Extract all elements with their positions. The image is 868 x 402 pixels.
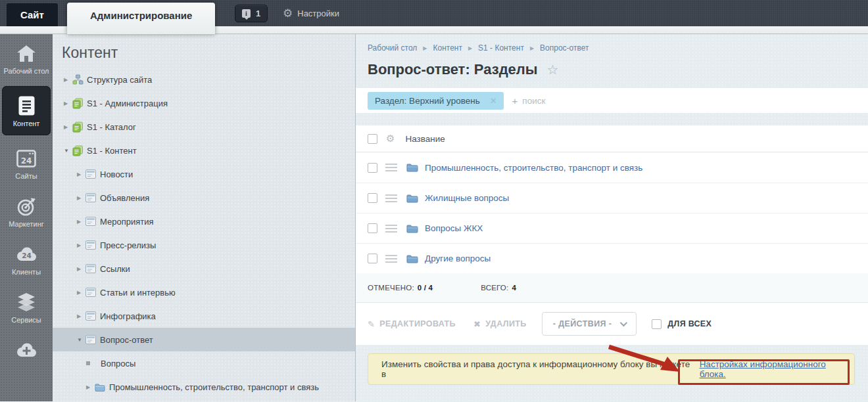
tree-item-s1-catalog[interactable]: ▶ S1 - Каталог — [53, 115, 355, 139]
svg-text:24: 24 — [21, 156, 32, 166]
notice-text: Изменить свойства и права доступа к инфо… — [381, 359, 696, 379]
breadcrumb-desktop[interactable]: Рабочий стол — [368, 43, 417, 53]
settings-button[interactable]: ⚙ Настройки — [283, 0, 339, 26]
page-title: Вопрос-ответ: Разделы — [368, 61, 538, 78]
expand-arrow-icon[interactable]: ▶ — [77, 171, 85, 177]
expand-arrow-icon[interactable]: ▶ — [86, 384, 95, 390]
filter-chip[interactable]: Раздел: Верхний уровень ✕ — [368, 92, 504, 110]
section-link[interactable]: Другие вопросы — [425, 254, 491, 263]
notifications-button[interactable]: i 1 — [235, 5, 268, 22]
tree-item-question-answer[interactable]: ▼ Вопрос-ответ — [53, 328, 355, 351]
for-all-checkbox[interactable] — [652, 319, 662, 329]
expand-arrow-icon[interactable]: ▶ — [64, 100, 72, 106]
table-row: Промышленность, строительство, транспорт… — [356, 152, 868, 183]
breadcrumb-content[interactable]: Контент — [433, 43, 462, 53]
home-icon — [1, 43, 51, 64]
info-notice: Изменить свойства и права доступа к инфо… — [368, 353, 855, 385]
row-checkbox[interactable] — [368, 254, 377, 263]
main-panel: Рабочий стол ▶ Контент ▶ S1 - Контент ▶ … — [356, 34, 868, 401]
rail-item-services[interactable]: Сервисы — [0, 283, 53, 331]
content-icon — [3, 95, 49, 116]
tree-item-events[interactable]: ▶ Мероприятия — [53, 210, 355, 233]
tree-item-announcements[interactable]: ▶ Объявления — [53, 186, 355, 210]
section-link[interactable]: Жилищные вопросы — [425, 193, 509, 203]
green-docs-icon — [72, 98, 87, 109]
add-filter-icon[interactable]: + — [512, 95, 518, 106]
marketing-icon — [1, 196, 51, 217]
table-summary: ОТМЕЧЕНО: 0 / 4 ВСЕГО: 4 — [356, 273, 868, 303]
folder-icon — [95, 383, 109, 391]
search-input[interactable] — [522, 96, 733, 106]
iblock-icon — [85, 264, 100, 273]
svg-text:24: 24 — [22, 252, 32, 259]
tree-item-s1-content[interactable]: ▼ S1 - Контент — [53, 139, 355, 162]
spacer — [356, 113, 868, 125]
top-bar: Сайт Администрирование i 1 ⚙ Настройки — [0, 0, 868, 26]
expand-arrow-icon[interactable]: ▶ — [64, 77, 72, 83]
action-bar: ✎ РЕДАКТИРОВАТЬ ✖ УДАЛИТЬ - ДЕЙСТВИЯ - Д… — [356, 303, 868, 345]
favorite-star-icon[interactable]: ☆ — [547, 63, 559, 76]
rail-item-clients[interactable]: 24 Клиенты — [0, 235, 53, 283]
collapse-arrow-icon[interactable]: ▼ — [64, 148, 72, 154]
left-rail: Рабочий стол Контент 24 Сайты Маркетинг — [0, 34, 53, 401]
tree-item-industry-section[interactable]: ▶ Промышленность, строительство, транспо… — [53, 375, 355, 399]
tree-item-infographics[interactable]: ▶ Инфографика — [53, 304, 355, 328]
tab-site[interactable]: Сайт — [7, 3, 58, 26]
tree-item-press-releases[interactable]: ▶ Пресс-релизы — [53, 233, 355, 257]
services-icon — [1, 292, 51, 313]
filter-bar[interactable]: Раздел: Верхний уровень ✕ + — [356, 88, 868, 113]
tab-administration[interactable]: Администрирование — [67, 3, 215, 34]
rail-item-marketplace[interactable] — [0, 331, 53, 368]
tree-item-site-structure[interactable]: ▶ Структура сайта — [53, 68, 355, 91]
expand-arrow-icon[interactable]: ▶ — [77, 290, 85, 296]
expand-arrow-icon[interactable]: ▶ — [77, 242, 85, 248]
expand-arrow-icon[interactable]: ▶ — [77, 195, 85, 201]
row-checkbox[interactable] — [368, 223, 377, 233]
tree-panel-title: Контент — [62, 44, 355, 62]
column-header-name[interactable]: Название — [405, 134, 445, 144]
tree-item-links[interactable]: ▶ Ссылки — [53, 257, 355, 280]
breadcrumb-s1-content[interactable]: S1 - Контент — [478, 43, 524, 53]
iblock-icon — [85, 217, 100, 226]
breadcrumb-separator-icon: ▶ — [462, 45, 478, 51]
total-count-value: 4 — [512, 284, 516, 292]
expand-arrow-icon[interactable]: ▶ — [77, 219, 85, 225]
tree-item-news[interactable]: ▶ Новости — [53, 162, 355, 186]
drag-handle[interactable] — [385, 225, 397, 233]
tree-item-s1-administration[interactable]: ▶ S1 - Администрация — [53, 91, 355, 115]
row-checkbox[interactable] — [368, 163, 377, 173]
rail-item-desktop[interactable]: Рабочий стол — [0, 34, 53, 82]
sites-icon: 24 — [1, 148, 51, 169]
row-checkbox[interactable] — [368, 193, 377, 203]
expand-arrow-icon[interactable]: ▶ — [77, 266, 85, 272]
breadcrumb-question-answer[interactable]: Вопрос-ответ — [540, 43, 589, 53]
sections-table: ⚙ Название Промышленность, строительство… — [356, 125, 868, 345]
tree-item-articles-interviews[interactable]: ▶ Статьи и интервью — [53, 280, 355, 304]
drag-handle[interactable] — [385, 194, 397, 202]
total-count-label: ВСЕГО: — [481, 284, 508, 292]
iblock-settings-link[interactable]: Настройках информационного блока. — [700, 359, 854, 379]
section-link[interactable]: Промышленность, строительство, транспорт… — [425, 163, 642, 173]
delete-button[interactable]: ✖ УДАЛИТЬ — [473, 319, 527, 329]
tree-item-questions[interactable]: Вопросы — [53, 351, 355, 375]
drag-handle[interactable] — [385, 255, 397, 263]
expand-arrow-icon[interactable]: ▶ — [77, 313, 85, 319]
rail-item-content[interactable]: Контент — [2, 86, 51, 135]
notification-count: 1 — [256, 9, 260, 18]
actions-dropdown[interactable]: - ДЕЙСТВИЯ - — [542, 312, 637, 336]
notice-area: Изменить свойства и права доступа к инфо… — [356, 345, 868, 385]
rail-item-sites[interactable]: 24 Сайты — [0, 139, 53, 187]
remove-filter-icon[interactable]: ✕ — [490, 96, 497, 106]
sitemap-icon — [72, 74, 87, 85]
section-link[interactable]: Вопросы ЖКХ — [425, 223, 483, 233]
iblock-icon — [85, 240, 100, 250]
drag-handle[interactable] — [385, 164, 397, 171]
select-all-checkbox[interactable] — [368, 134, 377, 144]
edit-button[interactable]: ✎ РЕДАКТИРОВАТЬ — [368, 319, 456, 329]
expand-arrow-icon[interactable]: ▶ — [64, 124, 72, 130]
x-icon: ✖ — [473, 319, 481, 329]
rail-item-marketing[interactable]: Маркетинг — [0, 187, 53, 235]
for-all-option[interactable]: ДЛЯ ВСЕХ — [652, 319, 711, 329]
collapse-arrow-icon[interactable]: ▼ — [77, 337, 85, 343]
table-settings-gear-icon[interactable]: ⚙ — [386, 134, 395, 144]
